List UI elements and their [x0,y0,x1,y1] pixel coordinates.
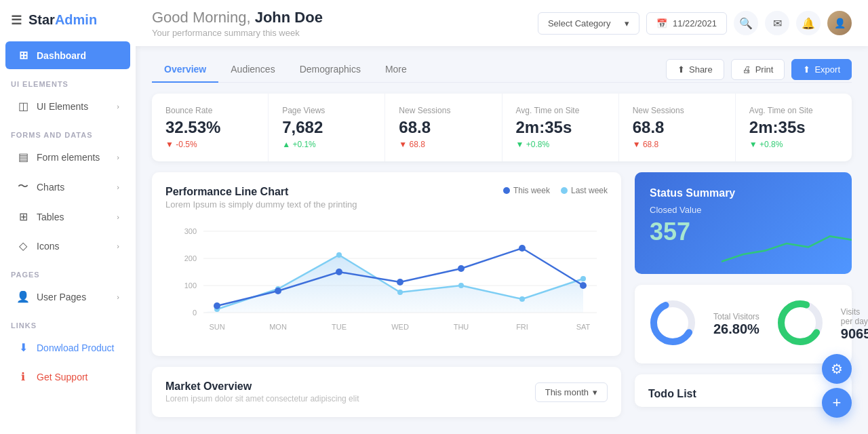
market-subtitle: Lorem ipsum dolor sit amet consectetur a… [165,394,359,403]
section-label-links: LINKS [0,312,136,332]
print-button[interactable]: 🖨 Print [731,59,785,80]
export-button[interactable]: ⬆ Export [791,59,852,80]
add-fab[interactable]: + [822,388,852,418]
svg-point-23 [214,302,220,309]
chart-subtitle: Lorem Ipsum is simply dummy text of the … [165,199,503,210]
sidebar-item-ui-elements[interactable]: ◫ UI Elements › [5,92,130,120]
svg-point-20 [458,283,464,288]
svg-text:MON: MON [269,323,287,331]
svg-text:THU: THU [454,323,469,331]
stats-row: Bounce Rate 32.53% ▼ -0.5% Page Views 7,… [152,94,852,161]
stat-value: 68.8 [399,118,488,137]
this-week-dot [503,187,510,194]
stat-value: 2m:35s [749,118,838,137]
category-select[interactable]: Select Category ▾ [538,12,639,35]
tab-demographics[interactable]: Demographics [288,57,373,83]
right-column: Status Summary Closed Value 357 [635,172,852,420]
share-icon: ⬆ [677,64,685,75]
print-label: Print [755,64,774,75]
topbar: Good Morning, John Doe Your performance … [136,0,868,46]
stat-change: ▼ -0.5% [165,140,254,149]
settings-fab[interactable]: ⚙ [822,354,852,384]
support-icon: ℹ [16,370,30,383]
tab-overview[interactable]: Overview [152,57,218,83]
sidebar-item-label: Dashboard [37,50,86,61]
svg-text:100: 100 [184,281,197,290]
sidebar-item-icons[interactable]: ◇ Icons › [5,232,130,260]
last-week-dot [561,187,568,194]
content-area: Overview Audiences Demographics More ⬆ S… [136,46,868,434]
share-button[interactable]: ⬆ Share [666,59,724,80]
stat-label: New Sessions [399,106,488,115]
stat-value: 2m:35s [516,118,605,137]
tab-actions: ⬆ Share 🖨 Print ⬆ Export [666,59,852,80]
svg-marker-15 [203,255,583,313]
calendar-icon: 📅 [656,18,667,28]
sidebar-item-support[interactable]: ℹ Get Support [5,363,130,391]
hamburger-icon[interactable]: ☰ [11,13,22,28]
form-icon: ▤ [16,151,30,163]
sidebar-item-charts[interactable]: 〜 Charts › [5,172,130,201]
brand-name: StarAdmin [28,12,97,28]
notification-button[interactable]: 🔔 [796,11,821,35]
visits-per-day-value: 9065 [841,326,868,342]
stat-label: Avg. Time on Site [516,106,605,115]
sidebar-item-form-elements[interactable]: ▤ Form elements › [5,143,130,171]
mail-button[interactable]: ✉ [765,11,789,35]
svg-text:SAT: SAT [576,323,591,331]
chevron-right-icon: › [117,102,119,111]
sidebar-item-tables[interactable]: ⊞ Tables › [5,203,130,231]
avatar[interactable]: 👤 [827,11,852,35]
svg-text:TUE: TUE [332,323,347,331]
stat-label: Avg. Time on Site [749,106,838,115]
greeting-subtitle: Your performance summary this week [152,28,527,38]
market-title: Market Overview [165,380,359,393]
chart-title: Performance Line Chart [165,186,503,198]
svg-text:0: 0 [193,309,197,317]
chevron-right-icon: › [117,183,119,191]
stat-new-sessions-2: New Sessions 68.8 ▼ 68.8 [619,94,736,161]
chevron-right-icon: › [117,153,119,161]
sidebar-item-user-pages[interactable]: 👤 User Pages › [5,283,130,311]
market-card: Market Overview Lorem ipsum dolor sit am… [152,367,621,417]
stat-value: 32.53% [165,118,254,137]
svg-text:200: 200 [184,254,197,262]
status-summary-card: Status Summary Closed Value 357 [635,172,852,274]
sidebar-item-label: Form elements [37,152,100,163]
sidebar-item-label: User Pages [37,292,86,302]
stat-value: 68.8 [633,118,722,137]
stat-avg-time-1: Avg. Time on Site 2m:35s ▼ +0.8% [502,94,619,161]
todo-title: Todo List [648,388,838,400]
dropdown-chevron-icon: ▾ [593,387,597,397]
todo-card: Todo List [635,374,852,407]
card-header-info: Performance Line Chart Lorem Ipsum is si… [165,186,503,210]
month-select-button[interactable]: This month ▾ [535,382,608,402]
legend-last-week: Last week [561,186,608,195]
stat-avg-time-2: Avg. Time on Site 2m:35s ▼ +0.8% [736,94,852,161]
stat-bounce-rate: Bounce Rate 32.53% ▼ -0.5% [152,94,269,161]
chevron-right-icon: › [117,213,119,221]
svg-text:WED: WED [391,323,409,331]
line-chart-svg: 300 200 100 0 SUN MON TUE WED THU FRI SA… [165,218,608,340]
dashboard-icon: ⊞ [16,49,30,62]
tables-icon: ⊞ [16,210,30,223]
tab-more[interactable]: More [373,57,419,83]
chevron-right-icon: › [117,293,119,301]
ui-elements-icon: ◫ [16,100,30,113]
sidebar-item-label: UI Elements [37,101,88,112]
section-label-pages: PAGES [0,261,136,281]
date-picker[interactable]: 📅 11/22/2021 [646,12,727,35]
tab-audiences[interactable]: Audiences [218,57,287,83]
dropdown-chevron-icon: ▾ [625,18,629,28]
export-label: Export [814,64,840,75]
sidebar-item-download[interactable]: ⬇ Donwload Product [5,334,130,361]
search-button[interactable]: 🔍 [734,11,758,35]
brand-admin: Admin [55,12,97,27]
sidebar-item-label: Charts [37,182,64,193]
this-week-label: This week [513,186,550,195]
greeting-prefix: Good Morning, [152,9,255,26]
sidebar-item-dashboard[interactable]: ⊞ Dashboard [5,41,130,69]
sidebar-item-label: Get Support [37,372,88,382]
market-header: Market Overview Lorem ipsum dolor sit am… [165,380,608,403]
visits-per-day-donut [776,298,825,350]
